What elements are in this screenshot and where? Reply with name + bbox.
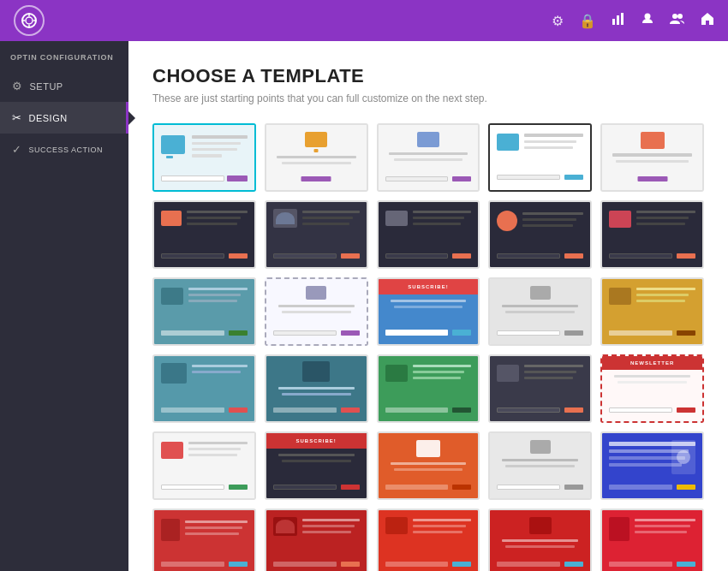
template-4[interactable]	[488, 123, 592, 192]
lock-icon[interactable]: 🔒	[579, 13, 596, 29]
content-area: CHOOSE A TEMPLATE These are just startin…	[128, 41, 728, 571]
sidebar-label-design: DESIGN	[29, 113, 68, 123]
design-icon: ✂	[12, 111, 22, 124]
success-icon: ✓	[12, 143, 22, 156]
svg-point-1	[26, 17, 33, 24]
template-9[interactable]	[488, 200, 592, 269]
template-25[interactable]	[600, 431, 704, 500]
users-icon[interactable]	[670, 12, 685, 29]
chart-icon[interactable]	[612, 12, 625, 29]
template-2[interactable]	[265, 123, 368, 192]
template-1[interactable]	[152, 123, 256, 192]
sidebar-header: OPTIN CONFIGURATION	[0, 41, 128, 70]
sidebar-label-setup: SETUP	[30, 81, 63, 92]
svg-rect-8	[621, 13, 624, 25]
svg-point-10	[672, 14, 677, 19]
template-26[interactable]	[152, 509, 256, 571]
sidebar-item-design[interactable]: ✂ DESIGN	[0, 102, 128, 134]
home-icon[interactable]	[701, 12, 714, 29]
svg-point-9	[645, 14, 651, 20]
top-bar: ⚙ 🔒	[0, 0, 728, 41]
template-5[interactable]	[600, 123, 704, 192]
sidebar-item-success-action[interactable]: ✓ SUCCESS ACTION	[0, 134, 128, 165]
template-13[interactable]: SUBSCRIBE!	[377, 277, 480, 346]
settings-icon[interactable]: ⚙	[552, 13, 564, 29]
template-20[interactable]: NEWSLETTER	[600, 354, 704, 423]
page-title: CHOOSE A TEMPLATE	[152, 65, 704, 87]
template-19[interactable]	[488, 354, 592, 423]
sidebar-item-setup[interactable]: ⚙ SETUP	[0, 70, 128, 102]
template-3[interactable]	[377, 123, 480, 192]
template-21[interactable]	[152, 431, 256, 500]
sidebar: OPTIN CONFIGURATION ⚙ SETUP ✂ DESIGN ✓ S…	[0, 41, 128, 571]
svg-rect-7	[617, 15, 619, 25]
page-subtitle: These are just starting points that you …	[152, 92, 704, 104]
template-8[interactable]	[377, 200, 480, 269]
template-30[interactable]	[600, 509, 704, 571]
template-24[interactable]	[488, 431, 592, 500]
template-29[interactable]	[488, 509, 592, 571]
template-6[interactable]	[152, 200, 256, 269]
template-22[interactable]: SUBSCRIBE!	[265, 431, 368, 500]
sidebar-label-success: SUCCESS ACTION	[29, 146, 104, 154]
template-27[interactable]	[265, 509, 368, 571]
template-11[interactable]	[152, 277, 256, 346]
template-10[interactable]	[600, 200, 704, 269]
setup-icon: ⚙	[12, 80, 23, 92]
template-16[interactable]	[152, 354, 256, 423]
template-23[interactable]	[377, 431, 480, 500]
logo[interactable]	[14, 5, 45, 36]
template-14[interactable]	[488, 277, 592, 346]
template-grid: SUBSCRIBE!	[152, 123, 704, 571]
template-17[interactable]	[265, 354, 368, 423]
template-18[interactable]	[377, 354, 480, 423]
main-layout: OPTIN CONFIGURATION ⚙ SETUP ✂ DESIGN ✓ S…	[0, 41, 728, 571]
template-28[interactable]	[377, 509, 480, 571]
active-arrow	[128, 111, 135, 125]
template-7[interactable]	[265, 200, 368, 269]
top-nav-icons: ⚙ 🔒	[552, 12, 714, 29]
user-icon[interactable]	[641, 12, 654, 29]
svg-point-11	[677, 14, 683, 19]
template-12[interactable]	[265, 277, 368, 346]
template-15[interactable]	[600, 277, 704, 346]
svg-rect-6	[612, 19, 615, 25]
